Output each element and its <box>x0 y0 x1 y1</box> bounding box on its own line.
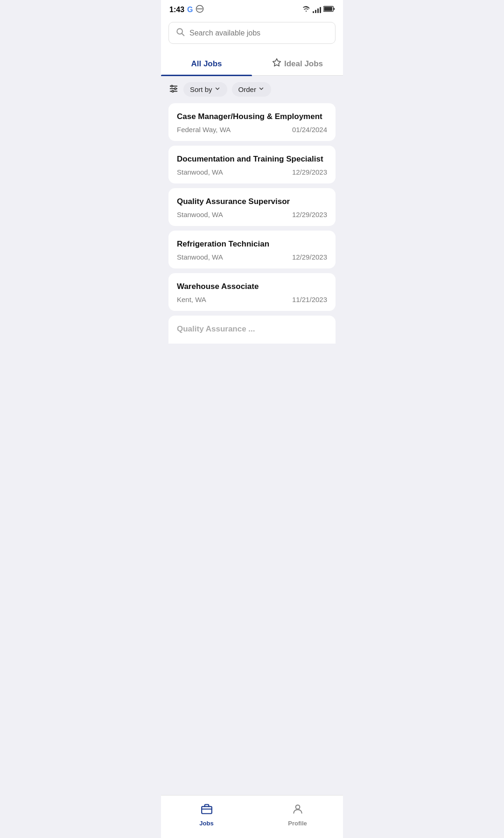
briefcase-icon <box>201 803 213 818</box>
order-chevron-icon <box>258 85 265 93</box>
sort-by-label: Sort by <box>190 85 212 93</box>
svg-rect-4 <box>334 8 335 10</box>
job-card-3[interactable]: Quality Assurance Supervisor Stanwood, W… <box>168 188 336 226</box>
star-icon <box>272 58 281 70</box>
sort-by-chevron-icon <box>214 85 221 93</box>
tab-ideal-jobs-label: Ideal Jobs <box>284 59 323 69</box>
svg-point-11 <box>171 85 173 87</box>
job-card-4[interactable]: Refrigeration Technician Stanwood, WA 12… <box>168 231 336 268</box>
job-meta-3: Stanwood, WA 12/29/2023 <box>177 211 327 218</box>
order-button[interactable]: Order <box>232 82 271 97</box>
job-meta-2: Stanwood, WA 12/29/2023 <box>177 168 327 176</box>
nav-item-profile[interactable]: Profile <box>252 800 343 830</box>
job-title-4: Refrigeration Technician <box>177 239 327 249</box>
nav-jobs-label: Jobs <box>199 820 213 827</box>
signal-icon <box>313 7 321 13</box>
job-card-2[interactable]: Documentation and Training Specialist St… <box>168 146 336 183</box>
job-list: Case Manager/Housing & Employment Federa… <box>161 103 343 795</box>
job-title-2: Documentation and Training Specialist <box>177 154 327 164</box>
svg-marker-7 <box>273 59 281 66</box>
job-date-4: 12/29/2023 <box>292 253 327 261</box>
job-title-6: Quality Assurance ... <box>177 324 327 334</box>
search-input[interactable] <box>189 29 329 37</box>
job-title-5: Warehouse Associate <box>177 282 327 292</box>
search-bar[interactable] <box>168 22 336 44</box>
status-bar: 1:43 G <box>161 0 343 17</box>
job-meta-5: Kent, WA 11/21/2023 <box>177 296 327 303</box>
google-icon: G <box>187 6 193 14</box>
job-date-5: 11/21/2023 <box>292 296 327 303</box>
job-date-2: 12/29/2023 <box>292 168 327 176</box>
job-location-3: Stanwood, WA <box>177 211 223 218</box>
search-icon <box>175 27 185 39</box>
sort-by-button[interactable]: Sort by <box>183 82 227 97</box>
status-left: 1:43 G <box>169 5 204 14</box>
job-date-1: 01/24/2024 <box>292 126 327 134</box>
filter-sliders-icon <box>168 84 179 96</box>
person-icon <box>292 803 304 818</box>
nav-item-jobs[interactable]: Jobs <box>161 800 252 830</box>
job-meta-1: Federal Way, WA 01/24/2024 <box>177 126 327 134</box>
svg-point-13 <box>172 90 174 92</box>
nav-profile-label: Profile <box>288 820 307 827</box>
job-card-6-partial[interactable]: Quality Assurance ... <box>168 316 336 344</box>
bottom-nav: Jobs Profile <box>161 795 343 838</box>
job-title-1: Case Manager/Housing & Employment <box>177 112 327 122</box>
job-location-5: Kent, WA <box>177 296 206 303</box>
wifi-icon <box>302 6 310 14</box>
search-container <box>161 17 343 51</box>
svg-line-6 <box>182 34 184 36</box>
svg-point-16 <box>295 805 300 809</box>
filter-bar: Sort by Order <box>161 76 343 103</box>
job-card-1[interactable]: Case Manager/Housing & Employment Federa… <box>168 103 336 141</box>
status-time: 1:43 <box>169 6 184 14</box>
svg-rect-14 <box>202 807 212 814</box>
job-date-3: 12/29/2023 <box>292 211 327 218</box>
tabs-container: All Jobs Ideal Jobs <box>161 51 343 76</box>
order-label: Order <box>238 85 256 93</box>
status-right <box>302 6 335 14</box>
job-location-2: Stanwood, WA <box>177 168 223 176</box>
job-location-1: Federal Way, WA <box>177 126 231 134</box>
tab-all-jobs-label: All Jobs <box>191 59 222 69</box>
no-disturb-icon <box>196 5 204 14</box>
tab-ideal-jobs[interactable]: Ideal Jobs <box>252 51 343 75</box>
battery-icon <box>323 6 335 14</box>
job-location-4: Stanwood, WA <box>177 253 223 261</box>
job-title-3: Quality Assurance Supervisor <box>177 197 327 207</box>
job-meta-4: Stanwood, WA 12/29/2023 <box>177 253 327 261</box>
tab-all-jobs[interactable]: All Jobs <box>161 51 252 75</box>
svg-rect-3 <box>324 7 332 11</box>
svg-point-12 <box>175 88 176 90</box>
job-card-5[interactable]: Warehouse Associate Kent, WA 11/21/2023 <box>168 273 336 311</box>
